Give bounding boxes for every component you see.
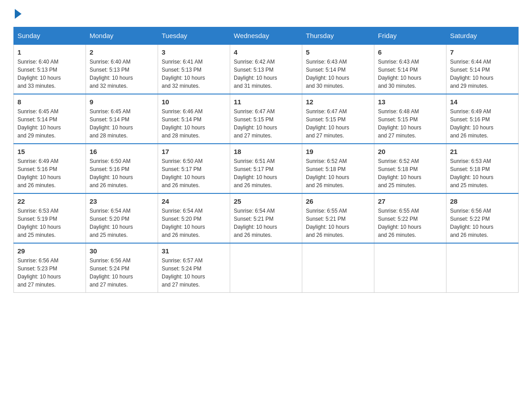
table-row: 22Sunrise: 6:53 AMSunset: 5:19 PMDayligh… [14,193,86,243]
day-info: Sunrise: 6:40 AMSunset: 5:13 PMDaylight:… [90,58,154,90]
table-row: 4Sunrise: 6:42 AMSunset: 5:13 PMDaylight… [230,44,302,94]
day-info: Sunrise: 6:47 AMSunset: 5:15 PMDaylight:… [234,107,298,140]
calendar-week-row: 22Sunrise: 6:53 AMSunset: 5:19 PMDayligh… [14,193,519,243]
col-friday: Friday [374,27,446,45]
table-row: 10Sunrise: 6:46 AMSunset: 5:14 PMDayligh… [158,94,230,144]
table-row: 27Sunrise: 6:55 AMSunset: 5:22 PMDayligh… [374,193,446,243]
day-number: 30 [90,247,154,255]
table-row: 5Sunrise: 6:43 AMSunset: 5:14 PMDaylight… [302,44,374,94]
day-number: 6 [378,48,442,56]
day-info: Sunrise: 6:54 AMSunset: 5:21 PMDaylight:… [234,207,298,239]
day-number: 26 [306,197,370,205]
table-row: 12Sunrise: 6:47 AMSunset: 5:15 PMDayligh… [302,94,374,144]
table-row: 31Sunrise: 6:57 AMSunset: 5:24 PMDayligh… [158,243,230,293]
table-row: 14Sunrise: 6:49 AMSunset: 5:16 PMDayligh… [446,94,519,144]
day-number: 17 [162,148,226,155]
col-wednesday: Wednesday [230,27,302,45]
table-row [374,243,446,293]
table-row: 30Sunrise: 6:56 AMSunset: 5:24 PMDayligh… [86,243,158,293]
day-info: Sunrise: 6:52 AMSunset: 5:18 PMDaylight:… [378,157,442,189]
day-number: 28 [450,197,515,205]
day-number: 19 [306,148,370,155]
table-row: 16Sunrise: 6:50 AMSunset: 5:16 PMDayligh… [86,144,158,193]
day-info: Sunrise: 6:55 AMSunset: 5:21 PMDaylight:… [306,207,370,239]
table-row: 20Sunrise: 6:52 AMSunset: 5:18 PMDayligh… [374,144,446,193]
day-number: 8 [17,98,82,106]
day-number: 29 [17,247,82,255]
table-row: 17Sunrise: 6:50 AMSunset: 5:17 PMDayligh… [158,144,230,193]
table-row: 24Sunrise: 6:54 AMSunset: 5:20 PMDayligh… [158,193,230,243]
calendar-week-row: 8Sunrise: 6:45 AMSunset: 5:14 PMDaylight… [14,94,519,144]
table-row: 19Sunrise: 6:52 AMSunset: 5:18 PMDayligh… [302,144,374,193]
table-row: 15Sunrise: 6:49 AMSunset: 5:16 PMDayligh… [14,144,86,193]
day-info: Sunrise: 6:41 AMSunset: 5:13 PMDaylight:… [162,58,226,90]
logo-triangle-icon [15,9,21,19]
day-number: 9 [90,98,154,106]
day-info: Sunrise: 6:42 AMSunset: 5:13 PMDaylight:… [234,58,298,90]
day-info: Sunrise: 6:45 AMSunset: 5:14 PMDaylight:… [17,107,82,140]
day-info: Sunrise: 6:55 AMSunset: 5:22 PMDaylight:… [378,207,442,239]
col-tuesday: Tuesday [158,27,230,45]
table-row [446,243,519,293]
calendar-week-row: 15Sunrise: 6:49 AMSunset: 5:16 PMDayligh… [14,144,519,193]
day-number: 25 [234,197,298,205]
table-row: 3Sunrise: 6:41 AMSunset: 5:13 PMDaylight… [158,44,230,94]
table-row [302,243,374,293]
day-number: 31 [162,247,226,255]
day-info: Sunrise: 6:53 AMSunset: 5:18 PMDaylight:… [450,157,515,189]
calendar-week-row: 1Sunrise: 6:40 AMSunset: 5:13 PMDaylight… [14,44,519,94]
calendar-header-row: Sunday Monday Tuesday Wednesday Thursday… [14,27,519,45]
day-info: Sunrise: 6:40 AMSunset: 5:13 PMDaylight:… [17,58,82,90]
day-info: Sunrise: 6:52 AMSunset: 5:18 PMDaylight:… [306,157,370,189]
day-number: 2 [90,48,154,56]
table-row: 9Sunrise: 6:45 AMSunset: 5:14 PMDaylight… [86,94,158,144]
table-row: 21Sunrise: 6:53 AMSunset: 5:18 PMDayligh… [446,144,519,193]
day-number: 13 [378,98,442,106]
day-number: 14 [450,98,515,106]
col-saturday: Saturday [446,27,519,45]
day-info: Sunrise: 6:50 AMSunset: 5:16 PMDaylight:… [90,157,154,189]
day-info: Sunrise: 6:43 AMSunset: 5:14 PMDaylight:… [378,58,442,90]
logo [13,9,21,18]
table-row: 23Sunrise: 6:54 AMSunset: 5:20 PMDayligh… [86,193,158,243]
col-sunday: Sunday [14,27,86,45]
table-row: 18Sunrise: 6:51 AMSunset: 5:17 PMDayligh… [230,144,302,193]
day-number: 11 [234,98,298,106]
table-row: 26Sunrise: 6:55 AMSunset: 5:21 PMDayligh… [302,193,374,243]
day-number: 24 [162,197,226,205]
col-monday: Monday [86,27,158,45]
page-header [13,9,519,18]
calendar-table: Sunday Monday Tuesday Wednesday Thursday… [13,27,519,293]
day-number: 1 [17,48,82,56]
day-info: Sunrise: 6:53 AMSunset: 5:19 PMDaylight:… [17,207,82,239]
table-row: 1Sunrise: 6:40 AMSunset: 5:13 PMDaylight… [14,44,86,94]
table-row: 11Sunrise: 6:47 AMSunset: 5:15 PMDayligh… [230,94,302,144]
day-number: 27 [378,197,442,205]
day-info: Sunrise: 6:54 AMSunset: 5:20 PMDaylight:… [90,207,154,239]
day-info: Sunrise: 6:51 AMSunset: 5:17 PMDaylight:… [234,157,298,189]
day-info: Sunrise: 6:46 AMSunset: 5:14 PMDaylight:… [162,107,226,140]
day-number: 22 [17,197,82,205]
table-row: 2Sunrise: 6:40 AMSunset: 5:13 PMDaylight… [86,44,158,94]
day-number: 12 [306,98,370,106]
day-info: Sunrise: 6:54 AMSunset: 5:20 PMDaylight:… [162,207,226,239]
day-info: Sunrise: 6:57 AMSunset: 5:24 PMDaylight:… [162,257,226,289]
day-info: Sunrise: 6:49 AMSunset: 5:16 PMDaylight:… [17,157,82,189]
table-row [230,243,302,293]
day-number: 23 [90,197,154,205]
day-number: 15 [17,148,82,155]
table-row: 25Sunrise: 6:54 AMSunset: 5:21 PMDayligh… [230,193,302,243]
table-row: 29Sunrise: 6:56 AMSunset: 5:23 PMDayligh… [14,243,86,293]
day-info: Sunrise: 6:56 AMSunset: 5:23 PMDaylight:… [17,257,82,289]
table-row: 28Sunrise: 6:56 AMSunset: 5:22 PMDayligh… [446,193,519,243]
day-info: Sunrise: 6:44 AMSunset: 5:14 PMDaylight:… [450,58,515,90]
table-row: 6Sunrise: 6:43 AMSunset: 5:14 PMDaylight… [374,44,446,94]
table-row: 8Sunrise: 6:45 AMSunset: 5:14 PMDaylight… [14,94,86,144]
table-row: 13Sunrise: 6:48 AMSunset: 5:15 PMDayligh… [374,94,446,144]
day-number: 10 [162,98,226,106]
day-info: Sunrise: 6:56 AMSunset: 5:24 PMDaylight:… [90,257,154,289]
day-number: 4 [234,48,298,56]
day-number: 16 [90,148,154,155]
day-number: 7 [450,48,515,56]
day-info: Sunrise: 6:47 AMSunset: 5:15 PMDaylight:… [306,107,370,140]
